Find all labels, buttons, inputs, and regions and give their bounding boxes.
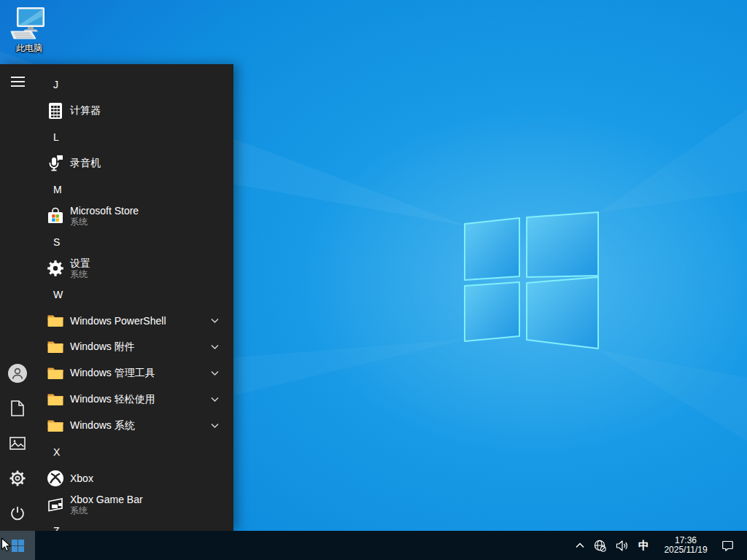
folder-icon [47, 391, 64, 408]
folder-item-windows-system[interactable]: Windows 系统 [35, 413, 233, 439]
clock-date: 2025/11/19 [664, 545, 707, 555]
hamburger-menu-icon [11, 76, 25, 88]
app-list-section-w[interactable]: W [35, 281, 233, 308]
network-globe-offline-icon [594, 540, 606, 552]
app-list-section-l[interactable]: L [35, 124, 233, 150]
xbox-game-bar-icon [47, 496, 64, 513]
taskbar-clock[interactable]: 17:36 2025/11/19 [658, 536, 713, 555]
app-item-label: 录音机 [70, 157, 101, 170]
folder-icon [47, 312, 64, 330]
app-list-section-z[interactable]: Z [35, 518, 233, 531]
volume-icon [616, 540, 628, 551]
action-center-button[interactable] [720, 538, 735, 553]
folder-item-windows-ease-of-access[interactable]: Windows 轻松使用 [35, 386, 233, 413]
app-item-label: Microsoft Store [70, 205, 139, 217]
app-item-label: 计算器 [70, 104, 101, 117]
calculator-icon [47, 102, 64, 120]
app-list-section-j[interactable]: J [35, 71, 233, 98]
folder-icon [47, 417, 64, 435]
settings-gear-icon [47, 260, 64, 277]
section-letter: Z [53, 525, 60, 531]
app-item-subtitle: 系统 [70, 217, 139, 227]
folder-item-label: Windows 附件 [70, 341, 135, 354]
section-letter: L [53, 131, 59, 143]
chevron-down-icon[interactable] [211, 424, 219, 429]
app-item-label: 设置 [70, 257, 90, 269]
chevron-up-icon [576, 542, 584, 548]
app-item-subtitle: 系统 [70, 269, 90, 279]
start-button[interactable] [0, 531, 35, 560]
folder-icon [47, 365, 64, 382]
app-item-label: Xbox [70, 472, 93, 484]
chevron-down-icon[interactable] [211, 371, 219, 376]
volume-button[interactable] [614, 539, 630, 553]
folder-item-label: Windows PowerShell [70, 315, 166, 327]
app-item-calculator[interactable]: 计算器 [35, 98, 233, 124]
folder-item-label: Windows 轻松使用 [70, 393, 155, 406]
system-tray: 中 17:36 2025/11/19 [574, 536, 747, 555]
this-pc-icon [8, 6, 50, 41]
power-button[interactable] [0, 496, 35, 531]
documents-button[interactable] [0, 391, 35, 426]
app-item-xbox[interactable]: Xbox [35, 465, 233, 491]
pictures-button[interactable] [0, 426, 35, 461]
start-menu: J 计算器 L [0, 64, 233, 531]
app-item-subtitle: 系统 [70, 505, 143, 516]
folder-item-label: Windows 系统 [70, 419, 135, 432]
taskbar: 中 17:36 2025/11/19 [0, 531, 747, 560]
app-item-settings[interactable]: 设置 系统 [35, 255, 233, 281]
settings-button[interactable] [0, 461, 35, 496]
desktop-icon-this-pc[interactable]: 此电脑 [1, 6, 57, 55]
folder-icon [47, 338, 64, 356]
desktop-icon-label: 此电脑 [16, 42, 42, 55]
folder-item-windows-accessories[interactable]: Windows 附件 [35, 334, 233, 360]
hamburger-menu-button[interactable] [0, 64, 35, 99]
app-list-section-s[interactable]: S [35, 229, 233, 255]
power-icon [9, 505, 26, 521]
section-letter: J [53, 79, 58, 90]
documents-icon [11, 400, 24, 416]
folder-item-label: Windows 管理工具 [70, 367, 155, 380]
app-item-label: Xbox Game Bar [70, 494, 143, 505]
start-menu-app-list: J 计算器 L [35, 64, 233, 531]
app-item-microsoft-store[interactable]: Microsoft Store 系统 [35, 203, 233, 229]
user-account-button[interactable] [0, 356, 35, 391]
microsoft-store-icon [47, 207, 64, 225]
app-list-section-x[interactable]: X [35, 439, 233, 465]
windows-start-icon [12, 540, 24, 552]
app-item-voice-recorder[interactable]: 录音机 [35, 150, 233, 176]
section-letter: W [53, 289, 63, 300]
start-menu-rail [0, 64, 35, 531]
ime-indicator[interactable]: 中 [636, 539, 651, 553]
xbox-icon [47, 470, 64, 487]
folder-item-windows-admin-tools[interactable]: Windows 管理工具 [35, 360, 233, 386]
section-letter: X [53, 446, 60, 458]
action-center-icon [721, 540, 734, 552]
settings-gear-icon [9, 470, 26, 487]
voice-recorder-icon [47, 155, 64, 172]
windows-desktop: 此电脑 [0, 0, 747, 560]
app-list-section-m[interactable]: M [35, 176, 233, 203]
pictures-icon [9, 437, 26, 450]
section-letter: M [53, 184, 62, 195]
app-item-xbox-game-bar[interactable]: Xbox Game Bar 系统 [35, 491, 233, 518]
tray-overflow-button[interactable] [574, 541, 586, 550]
chevron-down-icon[interactable] [211, 319, 219, 324]
section-letter: S [53, 236, 60, 248]
network-status-button[interactable] [592, 538, 608, 553]
user-avatar-icon [7, 363, 28, 384]
folder-item-windows-powershell[interactable]: Windows PowerShell [35, 308, 233, 334]
chevron-down-icon[interactable] [211, 397, 219, 402]
chevron-down-icon[interactable] [211, 345, 219, 350]
